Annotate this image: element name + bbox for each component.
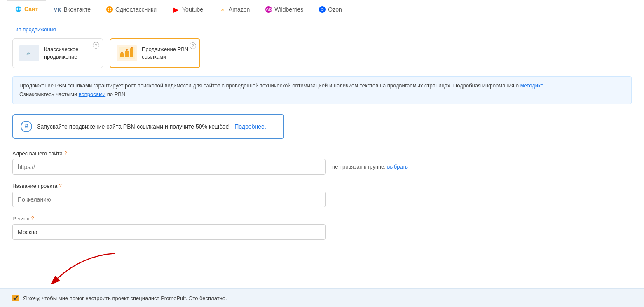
pbn-promo-label: Продвижение PBN ссылками: [142, 46, 193, 61]
site-address-label: Адрес вашего сайта ?: [12, 150, 632, 157]
info-text-3: Ознакомьтесь частыми: [19, 91, 79, 97]
svg-rect-11: [130, 48, 133, 57]
info-box: Продвижение PBN ссылками гарантирует рос…: [12, 76, 632, 104]
tab-youtube-label: Youtube: [182, 6, 203, 13]
project-name-row: Название проекта ?: [12, 183, 632, 207]
youtube-icon: ▶: [172, 7, 180, 12]
tab-vk[interactable]: VK Вконтакте: [46, 0, 99, 18]
region-row: Регион ?: [12, 216, 632, 240]
site-address-row: Адрес вашего сайта ? не привязан к групп…: [12, 150, 632, 175]
tab-amazon-label: Amazon: [229, 6, 250, 13]
tab-ok[interactable]: O Одноклассники: [98, 0, 164, 18]
info-text-2: .: [543, 82, 545, 89]
info-text-4: по PBN.: [105, 91, 127, 97]
svg-rect-9: [120, 53, 124, 57]
not-linked-text: не привязан к группе, выбрать: [332, 164, 408, 170]
classic-promo-icon: 🔗: [19, 45, 39, 61]
info-link-metodika[interactable]: методике: [520, 82, 543, 89]
pbn-help-icon[interactable]: ?: [190, 42, 196, 49]
specialist-help-checkbox[interactable]: [12, 295, 19, 301]
ok-icon: O: [106, 6, 113, 13]
svg-point-14: [131, 47, 133, 48]
tab-vk-label: Вконтакте: [64, 6, 91, 13]
tab-youtube[interactable]: ▶ Youtube: [164, 0, 211, 18]
cashback-box: ₽ Запускайте продвижение сайта PBN-ссылк…: [12, 114, 284, 139]
region-help[interactable]: ?: [31, 216, 34, 221]
specialist-help-text: Я хочу, чтобы мне помог настроить проект…: [23, 295, 227, 301]
tab-ozon-label: Ozon: [328, 6, 342, 13]
globe-icon: 🌐: [14, 6, 22, 12]
content-area: Тип продвижения 🔗 Классическое продвижен…: [0, 18, 644, 256]
site-address-field-row: не привязан к группе, выбрать: [12, 159, 632, 175]
svg-point-12: [121, 52, 123, 53]
svg-point-13: [126, 49, 128, 51]
info-text-1: Продвижение PBN ссылками гарантирует рос…: [19, 82, 520, 89]
svg-rect-1: [21, 48, 37, 49]
cashback-link[interactable]: Подробнее.: [234, 123, 266, 130]
pbn-promo-icon: [117, 45, 137, 61]
bottom-bar: Я хочу, чтобы мне помог настроить проект…: [0, 288, 644, 307]
promo-card-classic[interactable]: 🔗 Классическое продвижение ?: [12, 38, 103, 68]
promo-card-pbn[interactable]: Продвижение PBN ссылками ?: [110, 38, 200, 68]
page-container: 🌐 Сайт VK Вконтакте O Одноклассники ▶ Yo…: [0, 0, 644, 307]
vk-icon: VK: [54, 7, 61, 12]
site-address-help[interactable]: ?: [64, 150, 67, 156]
project-name-label: Название проекта ?: [12, 183, 632, 189]
svg-text:🔗: 🔗: [26, 51, 30, 55]
tab-site-label: Сайт: [24, 6, 38, 12]
tab-site[interactable]: 🌐 Сайт: [7, 0, 46, 18]
promo-type-section-label: Тип продвижения: [12, 26, 632, 33]
tab-amazon[interactable]: a Amazon: [211, 0, 258, 18]
classic-promo-label: Классическое продвижение: [44, 46, 96, 61]
tabs-bar: 🌐 Сайт VK Вконтакте O Одноклассники ▶ Yo…: [0, 0, 644, 18]
project-name-input[interactable]: [12, 192, 326, 207]
tab-wb-label: Wildberries: [274, 6, 303, 13]
project-name-help[interactable]: ?: [59, 183, 62, 189]
tab-ok-label: Одноклассники: [115, 6, 157, 13]
tab-ozon[interactable]: O Ozon: [311, 0, 349, 18]
region-label: Регион ?: [12, 216, 632, 222]
arrow-annotation: [49, 251, 124, 284]
choose-group-link[interactable]: выбрать: [387, 164, 408, 170]
svg-rect-4: [21, 56, 29, 57]
svg-rect-10: [125, 51, 129, 57]
cashback-text: Запускайте продвижение сайта PBN-ссылкам…: [37, 123, 229, 130]
info-link-voprosy[interactable]: вопросами: [79, 91, 105, 97]
amazon-icon: a: [219, 7, 226, 12]
ozon-icon: O: [319, 6, 326, 13]
site-address-input[interactable]: [12, 159, 326, 175]
region-input[interactable]: [12, 224, 326, 240]
cashback-ruble-icon: ₽: [21, 121, 32, 132]
tab-wb[interactable]: WB Wildberries: [258, 0, 311, 18]
classic-help-icon[interactable]: ?: [93, 42, 99, 49]
promo-types: 🔗 Классическое продвижение ? Продвижени: [12, 38, 632, 68]
wb-icon: WB: [265, 6, 272, 13]
